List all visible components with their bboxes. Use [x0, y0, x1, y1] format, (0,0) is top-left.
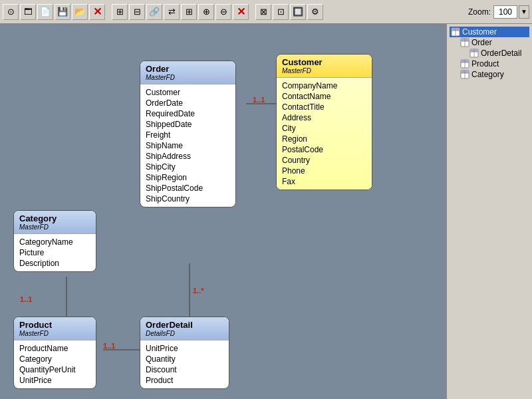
entity-customer-subtitle: MasterFD	[282, 67, 366, 74]
toolbar-btn-0[interactable]: ⊙	[3, 4, 19, 20]
field-customer-4: City	[282, 123, 366, 134]
entity-product-subtitle: MasterFD	[19, 330, 90, 337]
field-order-0: Customer	[146, 87, 230, 98]
table-icon-customer	[451, 27, 460, 37]
toolbar-btn-6[interactable]: ⊟	[129, 4, 145, 20]
diagram-canvas[interactable]: Order MasterFD Customer OrderDate Requir…	[0, 24, 446, 399]
entity-order-name: Order	[146, 64, 169, 74]
entity-order-fields: Customer OrderDate RequiredDate ShippedD…	[140, 84, 235, 207]
table-icon-order	[460, 38, 469, 47]
field-orderdetail-1: Quantity	[146, 354, 223, 364]
entity-category-fields: CategoryName Picture Description	[14, 234, 96, 271]
field-customer-6: PostalCode	[282, 144, 366, 155]
rel-label-order-customer: 1..1	[253, 96, 265, 104]
entity-order[interactable]: Order MasterFD Customer OrderDate Requir…	[140, 61, 236, 207]
entity-customer-header: Customer MasterFD	[277, 55, 372, 78]
field-product-2: QuantityPerUnit	[19, 364, 90, 375]
rel-label-category-product: 1..1	[20, 295, 32, 303]
toolbar-btn-delete[interactable]: ✕	[89, 4, 105, 20]
field-customer-0: CompanyName	[282, 80, 366, 91]
field-orderdetail-3: Product	[146, 375, 223, 386]
toolbar-btn-9[interactable]: ⊞	[181, 4, 197, 20]
toolbar-btn-10[interactable]: ⊕	[198, 4, 214, 20]
entity-orderdetail-subtitle: DetailsFD	[146, 330, 223, 337]
table-icon-orderdetail	[469, 49, 479, 58]
entity-orderdetail-name: OrderDetail	[146, 320, 193, 330]
rel-label-orderdetail-product: 1..1	[103, 342, 115, 350]
entity-customer-name: Customer	[282, 57, 323, 67]
right-panel: Customer Order OrderDetail	[446, 24, 532, 399]
toolbar-btn-8[interactable]: ⇄	[164, 4, 180, 20]
tree-item-category[interactable]: Category	[459, 69, 529, 80]
field-category-2: Description	[19, 258, 90, 269]
rel-label-order-orderdetail: 1..*	[193, 287, 204, 295]
toolbar-btn-12[interactable]: ⊠	[255, 4, 271, 20]
zoom-dropdown-btn[interactable]: ▼	[519, 5, 529, 19]
entity-product-header: Product MasterFD	[14, 317, 96, 340]
toolbar-btn-15[interactable]: ⚙	[307, 4, 323, 20]
field-customer-1: ContactName	[282, 91, 366, 102]
field-customer-7: Country	[282, 155, 366, 166]
field-order-1: OrderDate	[146, 98, 230, 108]
field-order-4: Freight	[146, 130, 230, 140]
field-order-9: ShipPostalCode	[146, 183, 230, 194]
entity-product-name: Product	[19, 320, 52, 330]
field-product-3: UnitPrice	[19, 375, 90, 386]
field-order-5: ShipName	[146, 140, 230, 151]
toolbar: ⊙ 🗔 📄 💾 📂 ✕ ⊞ ⊟ 🔗 ⇄ ⊞ ⊕ ⊖ ✕ ⊠ ⊡ 🔲 ⚙ Zoom…	[0, 0, 532, 24]
tree-item-product[interactable]: Product	[459, 59, 529, 69]
field-product-0: ProductName	[19, 343, 90, 354]
toolbar-btn-delete2[interactable]: ✕	[233, 4, 249, 20]
entity-order-header: Order MasterFD	[140, 61, 235, 84]
toolbar-btn-13[interactable]: ⊡	[273, 4, 289, 20]
tree-label-order: Order	[471, 38, 492, 47]
field-order-10: ShipCountry	[146, 194, 230, 204]
tree-item-customer[interactable]: Customer	[450, 27, 529, 37]
toolbar-btn-save[interactable]: 💾	[55, 4, 70, 20]
entity-category-header: Category MasterFD	[14, 211, 96, 234]
field-customer-8: Phone	[282, 166, 366, 176]
main-area: Order MasterFD Customer OrderDate Requir…	[0, 24, 532, 399]
table-icon-product	[460, 59, 469, 68]
field-orderdetail-0: UnitPrice	[146, 343, 223, 354]
field-orderdetail-2: Discount	[146, 364, 223, 375]
entity-category[interactable]: Category MasterFD CategoryName Picture D…	[13, 210, 96, 272]
entity-orderdetail-fields: UnitPrice Quantity Discount Product	[140, 340, 229, 388]
entity-product-fields: ProductName Category QuantityPerUnit Uni…	[14, 340, 96, 388]
entity-category-subtitle: MasterFD	[19, 223, 90, 231]
toolbar-btn-5[interactable]: ⊞	[112, 4, 128, 20]
toolbar-btn-new[interactable]: 📄	[37, 4, 53, 20]
field-customer-3: Address	[282, 112, 366, 123]
field-order-3: ShippedDate	[146, 119, 230, 130]
toolbar-btn-14[interactable]: 🔲	[290, 4, 306, 20]
table-icon-category	[460, 70, 469, 79]
entity-product[interactable]: Product MasterFD ProductName Category Qu…	[13, 317, 96, 389]
tree-label-product: Product	[471, 59, 499, 68]
field-order-8: ShipRegion	[146, 172, 230, 183]
field-product-1: Category	[19, 354, 90, 364]
zoom-label: Zoom:	[468, 7, 491, 17]
tree-item-order[interactable]: Order	[459, 37, 529, 48]
field-order-6: ShipAddress	[146, 151, 230, 162]
tree-label-orderdetail: OrderDetail	[481, 49, 521, 58]
zoom-input[interactable]	[493, 5, 517, 19]
field-customer-2: ContactTitle	[282, 102, 366, 112]
entity-customer-fields: CompanyName ContactName ContactTitle Add…	[277, 78, 372, 190]
tree-label-customer: Customer	[462, 27, 497, 37]
toolbar-btn-1[interactable]: 🗔	[20, 4, 36, 20]
tree-label-category: Category	[471, 70, 504, 79]
field-customer-9: Fax	[282, 176, 366, 187]
entity-orderdetail-header: OrderDetail DetailsFD	[140, 317, 229, 340]
field-order-2: RequiredDate	[146, 108, 230, 119]
field-category-0: CategoryName	[19, 237, 90, 247]
field-category-1: Picture	[19, 247, 90, 258]
tree-item-orderdetail[interactable]: OrderDetail	[468, 48, 529, 59]
entity-customer[interactable]: Customer MasterFD CompanyName ContactNam…	[276, 54, 372, 190]
toolbar-btn-open[interactable]: 📂	[72, 4, 88, 20]
entity-order-subtitle: MasterFD	[146, 74, 230, 81]
toolbar-btn-7[interactable]: 🔗	[146, 4, 162, 20]
toolbar-btn-11[interactable]: ⊖	[215, 4, 231, 20]
entity-orderdetail[interactable]: OrderDetail DetailsFD UnitPrice Quantity…	[140, 317, 229, 389]
entity-category-name: Category	[19, 213, 57, 223]
field-customer-5: Region	[282, 134, 366, 144]
